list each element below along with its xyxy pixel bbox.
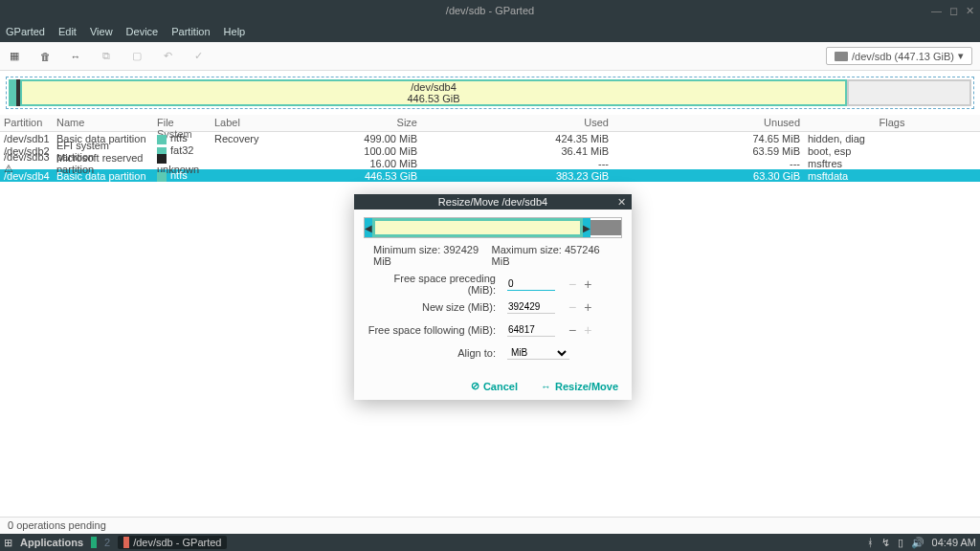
menu-help[interactable]: Help: [224, 26, 246, 37]
input-newsize[interactable]: [507, 300, 555, 314]
menu-view[interactable]: View: [90, 26, 113, 37]
taskbar: ⊞ Applications 2 /dev/sdb - GParted ᚼ ↯ …: [0, 534, 980, 551]
menu-gparted[interactable]: GParted: [6, 26, 45, 37]
dec-newsize: −: [565, 299, 580, 315]
slider-right-handle[interactable]: ▶: [583, 218, 590, 237]
input-following[interactable]: [507, 323, 555, 337]
partition-table-header: Partition Name File System Label Size Us…: [0, 115, 980, 132]
seg-size: 446.53 GiB: [407, 93, 459, 104]
status-text: 0 operations pending: [8, 519, 106, 531]
h-used[interactable]: Used: [421, 115, 612, 131]
status-bar: 0 operations pending: [0, 517, 980, 534]
menu-edit[interactable]: Edit: [58, 26, 77, 37]
dialog-title: Resize/Move /dev/sdb4: [438, 196, 547, 208]
copy-icon[interactable]: ⧉: [100, 50, 113, 63]
undo-icon[interactable]: ↶: [161, 50, 174, 63]
h-size[interactable]: Size: [325, 115, 421, 131]
menubar: GParted Edit View Device Partition Help: [0, 21, 980, 42]
resize-slider[interactable]: ◀ ▶: [364, 217, 622, 238]
label-newsize: New size (MiB):: [364, 301, 507, 313]
new-icon[interactable]: ▦: [8, 50, 21, 63]
min-size-label: Minimum size: 392429 MiB: [373, 244, 492, 267]
dialog-close-icon[interactable]: ✕: [617, 196, 626, 209]
toolbar: ▦ 🗑 ↔ ⧉ ▢ ↶ ✓ /dev/sdb (447.13 GiB) ▾: [0, 42, 980, 71]
seg-unallocated[interactable]: [847, 79, 971, 106]
workspace-1[interactable]: [91, 537, 97, 548]
bluetooth-icon[interactable]: ᚼ: [867, 537, 874, 548]
volume-icon[interactable]: 🔊: [911, 537, 924, 549]
slider-partition[interactable]: [372, 218, 583, 237]
inc-newsize[interactable]: +: [580, 299, 595, 315]
h-flags[interactable]: Flags: [804, 115, 980, 131]
disk-map[interactable]: /dev/sdb4 446.53 GiB: [6, 77, 974, 109]
clock[interactable]: 04:49 AM: [932, 537, 976, 548]
cancel-button[interactable]: ⊘ Cancel: [471, 380, 518, 392]
select-align[interactable]: MiB: [507, 346, 569, 360]
slider-free[interactable]: [590, 220, 621, 235]
h-partition[interactable]: Partition: [0, 115, 53, 131]
partition-table-body: /dev/sdb1Basic data partitionntfsRecover…: [0, 132, 980, 182]
device-label: /dev/sdb (447.13 GiB): [852, 51, 954, 62]
minimize-icon[interactable]: —: [931, 5, 942, 17]
disk-icon: [835, 52, 848, 61]
chevron-down-icon: ▾: [958, 50, 964, 62]
max-size-label: Maximum size: 457246 MiB: [492, 244, 612, 267]
h-label[interactable]: Label: [211, 115, 325, 131]
paste-icon[interactable]: ▢: [130, 50, 144, 63]
close-icon[interactable]: ✕: [966, 5, 974, 17]
window-titlebar: /dev/sdb - GParted — ◻ ✕: [0, 0, 980, 21]
input-preceding[interactable]: [507, 277, 555, 291]
apps-menu-label[interactable]: Applications: [20, 537, 83, 548]
resize-move-icon: ↔: [541, 381, 551, 392]
seg-label: /dev/sdb4: [407, 81, 459, 93]
seg-sdb4[interactable]: /dev/sdb4 446.53 GiB: [20, 79, 847, 106]
delete-icon[interactable]: 🗑: [38, 50, 52, 63]
h-unused[interactable]: Unused: [612, 115, 804, 131]
gparted-icon: [123, 537, 129, 548]
label-align: Align to:: [364, 347, 507, 359]
taskbar-gparted[interactable]: /dev/sdb - GParted: [118, 536, 227, 549]
table-row[interactable]: /dev/sdb4Basic data partitionntfs446.53 …: [0, 169, 980, 182]
label-following: Free space following (MiB):: [364, 324, 507, 336]
cancel-icon: ⊘: [471, 380, 479, 392]
network-icon[interactable]: ↯: [881, 537, 890, 549]
inc-preceding[interactable]: +: [580, 276, 595, 292]
dec-preceding: −: [565, 276, 580, 292]
h-fs[interactable]: File System: [153, 115, 211, 131]
apply-icon[interactable]: ✓: [191, 50, 205, 63]
battery-icon[interactable]: ▯: [898, 537, 903, 549]
dialog-titlebar: Resize/Move /dev/sdb4 ✕: [354, 194, 632, 209]
menu-device[interactable]: Device: [126, 26, 159, 37]
resize-icon[interactable]: ↔: [69, 50, 82, 63]
label-preceding: Free space preceding (MiB):: [364, 273, 507, 296]
apps-menu-icon[interactable]: ⊞: [4, 537, 12, 549]
h-name[interactable]: Name: [53, 115, 153, 131]
device-selector[interactable]: /dev/sdb (447.13 GiB) ▾: [826, 47, 972, 65]
menu-partition[interactable]: Partition: [171, 26, 210, 37]
window-title: /dev/sdb - GParted: [446, 5, 534, 16]
maximize-icon[interactable]: ◻: [949, 5, 958, 17]
workspace-2[interactable]: 2: [104, 537, 110, 548]
inc-following: +: [580, 322, 595, 338]
resize-dialog: Resize/Move /dev/sdb4 ✕ ◀ ▶ Minimum size…: [354, 194, 632, 400]
slider-left-handle[interactable]: ◀: [365, 218, 372, 237]
resize-move-button[interactable]: ↔ Resize/Move: [541, 380, 618, 392]
dec-following[interactable]: −: [565, 322, 580, 338]
